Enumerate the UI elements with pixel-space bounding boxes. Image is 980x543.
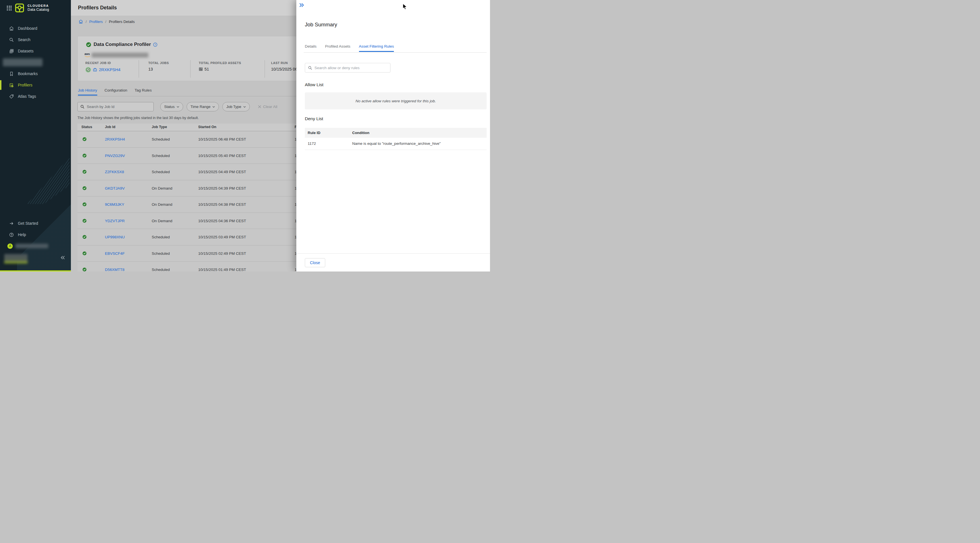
job-id-link[interactable]: Z2FKKSX8	[105, 170, 124, 174]
recent-job-id-link[interactable]: 2RXKPSH4	[99, 67, 121, 72]
search-icon	[80, 105, 84, 109]
filter-dropdown-label: Status	[164, 105, 175, 109]
stat-divider	[264, 60, 265, 78]
started-on-cell: 10/15/2025 05:40 PM CEST	[198, 153, 246, 157]
arrow-right-icon	[9, 221, 14, 226]
filter-dropdown-time-range[interactable]: Time Range	[186, 102, 219, 111]
filter-dropdown-job-type[interactable]: Job Type	[222, 102, 250, 111]
job-type-cell: Scheduled	[152, 251, 170, 256]
sidebar-decoration-stripes	[27, 157, 70, 204]
panel-tab-asset-filtering-rules[interactable]: Asset Filtering Rules	[359, 44, 394, 52]
user-menu[interactable]: A	[0, 240, 71, 252]
stat-total-jobs: TOTAL JOBS13	[148, 61, 169, 71]
filter-dropdown-status[interactable]: Status	[160, 102, 183, 111]
job-id-link[interactable]: 2RXKPSH4	[105, 137, 125, 141]
sidebar: CLOUDERA Data Catalog DashboardSearchDat…	[0, 0, 71, 272]
rules-search-input[interactable]	[315, 66, 387, 70]
clear-all-button[interactable]: Clear All	[258, 105, 277, 109]
tab-configuration[interactable]: Configuration	[105, 88, 127, 95]
job-type-cell: Scheduled	[152, 137, 170, 141]
job-search-box[interactable]	[77, 102, 154, 111]
datasets-icon	[9, 49, 14, 54]
table-small-icon	[199, 67, 203, 71]
sidebar-item-redacted-blob	[3, 59, 43, 66]
deny-rule-row: 1172Name is equal to "route_performance_…	[305, 138, 487, 150]
sidebar-item-label: Atlas Tags	[18, 94, 36, 98]
job-type-cell: On Demand	[152, 219, 172, 223]
app-switcher-icon[interactable]	[7, 6, 12, 11]
profiler-help-icon[interactable]: ?	[153, 43, 158, 47]
job-summary-panel: Job Summary DetailsProfiled AssetsAsset …	[296, 0, 490, 272]
breadcrumb-home-icon[interactable]	[78, 19, 83, 24]
status-success-icon	[81, 267, 87, 272]
column-header-job-id: Job Id	[105, 125, 115, 129]
job-type-cell: Scheduled	[152, 268, 170, 272]
breadcrumb-link-profilers[interactable]: Profilers	[89, 19, 103, 24]
breadcrumb-separator: /	[105, 19, 107, 24]
tab-job-history[interactable]: Job History	[78, 88, 97, 95]
panel-tab-profiled-assets[interactable]: Profiled Assets	[325, 44, 350, 52]
job-id-link[interactable]: D56XMTT8	[105, 268, 124, 272]
close-button[interactable]: Close	[305, 258, 325, 267]
panel-collapse-icon[interactable]	[299, 2, 305, 8]
panel-footer: Close	[296, 253, 490, 272]
status-success-icon	[81, 235, 87, 239]
tab-tag-rules[interactable]: Tag Rules	[135, 88, 152, 95]
stat-value-text: 13	[148, 67, 153, 71]
sidebar-footer: Get StartedHelp A	[0, 218, 71, 267]
sidebar-item-atlas-tags[interactable]: Atlas Tags	[0, 90, 71, 102]
status-success-icon	[81, 137, 87, 141]
sidebar-item-datasets[interactable]: Datasets	[0, 45, 71, 57]
job-type-cell: Scheduled	[152, 153, 170, 157]
job-id-link[interactable]: PNVZG29V	[105, 153, 125, 157]
sidebar-item-get-started[interactable]: Get Started	[0, 218, 71, 229]
sidebar-item-label: Bookmarks	[18, 71, 38, 76]
job-type-cell: On Demand	[152, 202, 172, 206]
sidebar-item-search[interactable]: Search	[0, 34, 71, 45]
column-header-status: Status	[81, 125, 92, 129]
sidebar-item-help[interactable]: Help	[0, 229, 71, 240]
search-icon	[9, 37, 14, 42]
briefcase-icon	[93, 67, 97, 72]
deny-list-table: Rule ID Condition 1172Name is equal to "…	[305, 128, 487, 150]
job-filters: StatusTime RangeJob Type Clear All	[77, 102, 277, 111]
status-success-icon	[81, 170, 87, 174]
job-type-cell: Scheduled	[152, 170, 170, 174]
status-success-icon	[81, 202, 87, 206]
job-type-cell: On Demand	[152, 186, 172, 190]
job-id-link[interactable]: 9C6M3JKY	[105, 202, 124, 206]
profiler-summary-card: Data Compliance Profiler ? aws RECENT JO…	[77, 36, 332, 81]
brand-name: CLOUDERA	[27, 4, 49, 8]
sidebar-item-dashboard[interactable]: Dashboard	[0, 23, 71, 34]
job-id-link[interactable]: UP998XNU	[105, 235, 125, 239]
home-icon	[9, 26, 14, 31]
sidebar-accent-bar	[0, 270, 71, 272]
job-id-cell: PNVZG29V	[105, 153, 125, 157]
allow-list-heading: Allow List	[305, 82, 323, 87]
allow-list-empty-state: No active allow rules were triggered for…	[305, 92, 487, 110]
sidebar-collapse-icon[interactable]	[60, 255, 65, 260]
sidebar-item-bookmarks[interactable]: Bookmarks	[0, 68, 71, 79]
profiler-stats: RECENT JOB ID2RXKPSH4TOTAL JOBS13TOTAL P…	[78, 61, 332, 79]
sidebar-bottom-row	[0, 253, 71, 267]
job-id-link[interactable]: EBVSCF4F	[105, 251, 125, 256]
sidebar-item-redacted[interactable]	[0, 57, 71, 68]
job-id-cell: GKDTJA9V	[105, 186, 125, 190]
stat-value: 13	[148, 67, 169, 71]
sidebar-item-profilers[interactable]: Profilers	[0, 79, 71, 90]
job-search-input[interactable]	[87, 105, 151, 109]
clear-icon	[258, 105, 261, 108]
sidebar-item-label: Profilers	[18, 83, 32, 87]
bookmark-icon	[9, 71, 14, 76]
job-id-link[interactable]: YDZVTJPR	[105, 219, 125, 223]
avatar[interactable]: A	[7, 243, 13, 249]
status-success-icon	[81, 219, 87, 223]
page-title: Profilers Details	[78, 5, 117, 11]
rules-search-box[interactable]	[305, 63, 390, 73]
job-id-link[interactable]: GKDTJA9V	[105, 186, 125, 190]
allow-list-empty-text: No active allow rules were triggered for…	[356, 99, 436, 103]
tag-icon	[9, 94, 14, 99]
svg-text:?: ?	[154, 43, 156, 46]
chevron-down-icon	[212, 106, 215, 108]
panel-tab-details[interactable]: Details	[305, 44, 317, 52]
